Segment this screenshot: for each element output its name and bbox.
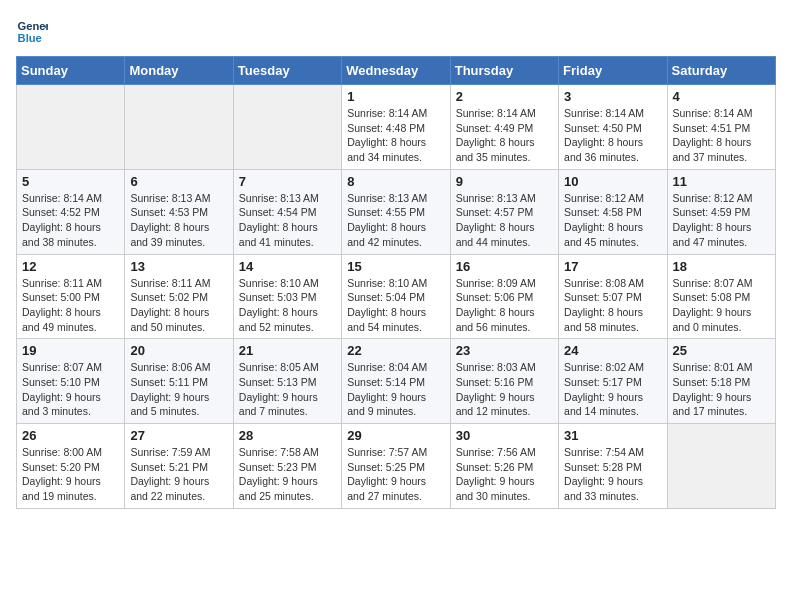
day-info: Sunrise: 8:13 AM Sunset: 4:55 PM Dayligh… xyxy=(347,191,444,250)
calendar-cell: 9Sunrise: 8:13 AM Sunset: 4:57 PM Daylig… xyxy=(450,169,558,254)
weekday-tuesday: Tuesday xyxy=(233,57,341,85)
svg-text:Blue: Blue xyxy=(18,32,42,44)
calendar-cell: 30Sunrise: 7:56 AM Sunset: 5:26 PM Dayli… xyxy=(450,424,558,509)
calendar-cell: 17Sunrise: 8:08 AM Sunset: 5:07 PM Dayli… xyxy=(559,254,667,339)
day-info: Sunrise: 8:12 AM Sunset: 4:59 PM Dayligh… xyxy=(673,191,770,250)
calendar-week-0: 1Sunrise: 8:14 AM Sunset: 4:48 PM Daylig… xyxy=(17,85,776,170)
calendar-cell xyxy=(125,85,233,170)
weekday-thursday: Thursday xyxy=(450,57,558,85)
day-info: Sunrise: 8:12 AM Sunset: 4:58 PM Dayligh… xyxy=(564,191,661,250)
day-number: 3 xyxy=(564,89,661,104)
calendar-cell: 6Sunrise: 8:13 AM Sunset: 4:53 PM Daylig… xyxy=(125,169,233,254)
day-info: Sunrise: 8:13 AM Sunset: 4:53 PM Dayligh… xyxy=(130,191,227,250)
logo-icon: General Blue xyxy=(16,16,48,48)
weekday-wednesday: Wednesday xyxy=(342,57,450,85)
day-number: 1 xyxy=(347,89,444,104)
day-number: 5 xyxy=(22,174,119,189)
calendar-cell: 11Sunrise: 8:12 AM Sunset: 4:59 PM Dayli… xyxy=(667,169,775,254)
calendar-cell: 15Sunrise: 8:10 AM Sunset: 5:04 PM Dayli… xyxy=(342,254,450,339)
day-info: Sunrise: 8:07 AM Sunset: 5:10 PM Dayligh… xyxy=(22,360,119,419)
calendar-cell: 10Sunrise: 8:12 AM Sunset: 4:58 PM Dayli… xyxy=(559,169,667,254)
day-number: 30 xyxy=(456,428,553,443)
day-info: Sunrise: 8:03 AM Sunset: 5:16 PM Dayligh… xyxy=(456,360,553,419)
day-number: 29 xyxy=(347,428,444,443)
day-number: 24 xyxy=(564,343,661,358)
day-number: 11 xyxy=(673,174,770,189)
day-number: 4 xyxy=(673,89,770,104)
page-header: General Blue xyxy=(16,16,776,48)
calendar-week-2: 12Sunrise: 8:11 AM Sunset: 5:00 PM Dayli… xyxy=(17,254,776,339)
calendar-cell: 13Sunrise: 8:11 AM Sunset: 5:02 PM Dayli… xyxy=(125,254,233,339)
weekday-saturday: Saturday xyxy=(667,57,775,85)
calendar-week-4: 26Sunrise: 8:00 AM Sunset: 5:20 PM Dayli… xyxy=(17,424,776,509)
calendar-cell: 4Sunrise: 8:14 AM Sunset: 4:51 PM Daylig… xyxy=(667,85,775,170)
calendar-cell: 8Sunrise: 8:13 AM Sunset: 4:55 PM Daylig… xyxy=(342,169,450,254)
weekday-sunday: Sunday xyxy=(17,57,125,85)
day-info: Sunrise: 7:56 AM Sunset: 5:26 PM Dayligh… xyxy=(456,445,553,504)
calendar-week-1: 5Sunrise: 8:14 AM Sunset: 4:52 PM Daylig… xyxy=(17,169,776,254)
day-info: Sunrise: 8:05 AM Sunset: 5:13 PM Dayligh… xyxy=(239,360,336,419)
calendar-cell: 3Sunrise: 8:14 AM Sunset: 4:50 PM Daylig… xyxy=(559,85,667,170)
calendar-cell xyxy=(667,424,775,509)
logo: General Blue xyxy=(16,16,48,48)
day-number: 20 xyxy=(130,343,227,358)
day-number: 16 xyxy=(456,259,553,274)
calendar-cell: 25Sunrise: 8:01 AM Sunset: 5:18 PM Dayli… xyxy=(667,339,775,424)
calendar-cell: 2Sunrise: 8:14 AM Sunset: 4:49 PM Daylig… xyxy=(450,85,558,170)
day-number: 8 xyxy=(347,174,444,189)
day-info: Sunrise: 8:08 AM Sunset: 5:07 PM Dayligh… xyxy=(564,276,661,335)
calendar-cell: 29Sunrise: 7:57 AM Sunset: 5:25 PM Dayli… xyxy=(342,424,450,509)
day-number: 21 xyxy=(239,343,336,358)
day-info: Sunrise: 8:14 AM Sunset: 4:49 PM Dayligh… xyxy=(456,106,553,165)
day-info: Sunrise: 8:14 AM Sunset: 4:51 PM Dayligh… xyxy=(673,106,770,165)
day-info: Sunrise: 8:02 AM Sunset: 5:17 PM Dayligh… xyxy=(564,360,661,419)
day-number: 7 xyxy=(239,174,336,189)
calendar-cell xyxy=(233,85,341,170)
weekday-monday: Monday xyxy=(125,57,233,85)
day-info: Sunrise: 8:06 AM Sunset: 5:11 PM Dayligh… xyxy=(130,360,227,419)
calendar-cell: 23Sunrise: 8:03 AM Sunset: 5:16 PM Dayli… xyxy=(450,339,558,424)
day-info: Sunrise: 8:13 AM Sunset: 4:57 PM Dayligh… xyxy=(456,191,553,250)
day-info: Sunrise: 8:14 AM Sunset: 4:48 PM Dayligh… xyxy=(347,106,444,165)
calendar-cell: 26Sunrise: 8:00 AM Sunset: 5:20 PM Dayli… xyxy=(17,424,125,509)
day-number: 31 xyxy=(564,428,661,443)
calendar-cell: 18Sunrise: 8:07 AM Sunset: 5:08 PM Dayli… xyxy=(667,254,775,339)
day-info: Sunrise: 7:57 AM Sunset: 5:25 PM Dayligh… xyxy=(347,445,444,504)
day-number: 6 xyxy=(130,174,227,189)
day-number: 26 xyxy=(22,428,119,443)
calendar-table: SundayMondayTuesdayWednesdayThursdayFrid… xyxy=(16,56,776,509)
calendar-cell: 16Sunrise: 8:09 AM Sunset: 5:06 PM Dayli… xyxy=(450,254,558,339)
day-number: 23 xyxy=(456,343,553,358)
calendar-cell: 24Sunrise: 8:02 AM Sunset: 5:17 PM Dayli… xyxy=(559,339,667,424)
weekday-friday: Friday xyxy=(559,57,667,85)
day-info: Sunrise: 8:11 AM Sunset: 5:02 PM Dayligh… xyxy=(130,276,227,335)
calendar-cell: 27Sunrise: 7:59 AM Sunset: 5:21 PM Dayli… xyxy=(125,424,233,509)
weekday-header-row: SundayMondayTuesdayWednesdayThursdayFrid… xyxy=(17,57,776,85)
day-number: 28 xyxy=(239,428,336,443)
day-info: Sunrise: 8:10 AM Sunset: 5:04 PM Dayligh… xyxy=(347,276,444,335)
calendar-cell: 1Sunrise: 8:14 AM Sunset: 4:48 PM Daylig… xyxy=(342,85,450,170)
day-info: Sunrise: 7:59 AM Sunset: 5:21 PM Dayligh… xyxy=(130,445,227,504)
svg-text:General: General xyxy=(18,20,48,32)
day-number: 18 xyxy=(673,259,770,274)
calendar-cell: 21Sunrise: 8:05 AM Sunset: 5:13 PM Dayli… xyxy=(233,339,341,424)
calendar-week-3: 19Sunrise: 8:07 AM Sunset: 5:10 PM Dayli… xyxy=(17,339,776,424)
day-number: 27 xyxy=(130,428,227,443)
day-number: 12 xyxy=(22,259,119,274)
calendar-cell xyxy=(17,85,125,170)
day-number: 17 xyxy=(564,259,661,274)
day-number: 10 xyxy=(564,174,661,189)
calendar-body: 1Sunrise: 8:14 AM Sunset: 4:48 PM Daylig… xyxy=(17,85,776,509)
calendar-cell: 12Sunrise: 8:11 AM Sunset: 5:00 PM Dayli… xyxy=(17,254,125,339)
day-info: Sunrise: 8:14 AM Sunset: 4:50 PM Dayligh… xyxy=(564,106,661,165)
day-info: Sunrise: 8:14 AM Sunset: 4:52 PM Dayligh… xyxy=(22,191,119,250)
day-info: Sunrise: 8:13 AM Sunset: 4:54 PM Dayligh… xyxy=(239,191,336,250)
calendar-cell: 22Sunrise: 8:04 AM Sunset: 5:14 PM Dayli… xyxy=(342,339,450,424)
day-number: 22 xyxy=(347,343,444,358)
day-number: 9 xyxy=(456,174,553,189)
day-number: 15 xyxy=(347,259,444,274)
day-number: 14 xyxy=(239,259,336,274)
day-info: Sunrise: 8:07 AM Sunset: 5:08 PM Dayligh… xyxy=(673,276,770,335)
day-info: Sunrise: 8:11 AM Sunset: 5:00 PM Dayligh… xyxy=(22,276,119,335)
day-info: Sunrise: 8:04 AM Sunset: 5:14 PM Dayligh… xyxy=(347,360,444,419)
